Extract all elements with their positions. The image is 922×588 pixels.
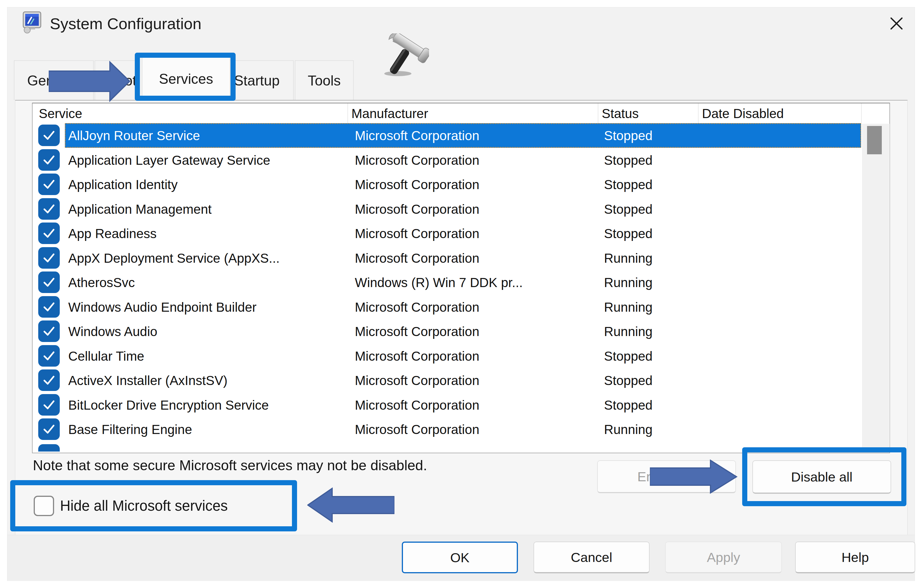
service-manufacturer: Microsoft Corporation	[355, 393, 479, 417]
service-name: ActiveX Installer (AxInstSV)	[68, 368, 227, 393]
service-name: BitLocker Drive Encryption Service	[68, 393, 269, 417]
service-manufacturer: Windows (R) Win 7 DDK pr...	[355, 270, 523, 295]
service-enabled-checkbox[interactable]	[38, 149, 60, 171]
service-status: Stopped	[604, 344, 652, 368]
service-enabled-checkbox[interactable]	[38, 394, 60, 416]
service-manufacturer: Microsoft Corporation	[355, 123, 479, 148]
enable-all-button[interactable]: Enable all	[597, 460, 736, 493]
service-enabled-checkbox[interactable]	[38, 247, 60, 269]
services-table: Service Manufacturer Status Date Disable…	[32, 103, 890, 453]
service-status: Stopped	[604, 148, 652, 172]
service-name: Windows Audio	[68, 319, 157, 344]
table-row[interactable]: Application IdentityMicrosoft Corporatio…	[33, 172, 889, 197]
disable-all-button[interactable]: Disable all	[752, 460, 891, 494]
table-row[interactable]: Base Filtering EngineMicrosoft Corporati…	[33, 417, 889, 442]
service-manufacturer: Microsoft Corporation	[355, 417, 479, 442]
service-status: Running	[604, 319, 652, 344]
apply-button[interactable]: Apply	[665, 542, 782, 573]
checkmark-icon	[41, 397, 57, 413]
tab-general[interactable]: General	[14, 60, 94, 100]
tab-startup[interactable]: Startup	[229, 60, 294, 100]
service-enabled-checkbox[interactable]	[38, 198, 60, 220]
service-status: Stopped	[604, 123, 652, 148]
checkmark-icon	[41, 274, 57, 290]
checkmark-icon	[41, 421, 57, 437]
service-manufacturer: Microsoft Corporation	[355, 172, 479, 197]
column-header-manufacturer[interactable]: Manufacturer	[351, 103, 428, 123]
service-manufacturer: Microsoft Corporation	[355, 295, 479, 319]
service-enabled-checkbox[interactable]	[38, 222, 60, 244]
service-manufacturer: Microsoft Corporation	[355, 221, 479, 246]
service-manufacturer: Microsoft Corporation	[355, 319, 479, 344]
table-header: Service Manufacturer Status Date Disable…	[33, 103, 889, 123]
service-enabled-checkbox[interactable]	[38, 296, 60, 318]
column-divider	[698, 103, 698, 123]
tab-tools[interactable]: Tools	[295, 60, 354, 100]
service-name: Base Filtering Engine	[68, 417, 192, 442]
table-row[interactable]: Application Layer Gateway ServiceMicroso…	[33, 148, 889, 172]
scrollbar-thumb[interactable]	[867, 126, 882, 154]
screenshot-background: System Configuration General Boot Servic…	[0, 0, 922, 588]
service-status: Running	[604, 417, 652, 442]
column-divider	[347, 103, 348, 123]
cancel-button[interactable]: Cancel	[533, 542, 650, 573]
table-row[interactable]: Cellular TimeMicrosoft CorporationStoppe…	[33, 344, 889, 368]
service-rows: AllJoyn Router ServiceMicrosoft Corporat…	[33, 123, 889, 442]
table-row[interactable]: App ReadinessMicrosoft CorporationStoppe…	[33, 221, 889, 246]
service-enabled-checkbox[interactable]	[38, 271, 60, 293]
help-button[interactable]: Help	[795, 542, 915, 573]
hide-all-microsoft-services-label: Hide all Microsoft services	[60, 496, 228, 516]
hide-all-microsoft-services-checkbox[interactable]	[34, 496, 54, 516]
service-manufacturer: Microsoft Corporation	[355, 368, 479, 393]
table-row[interactable]: BitLocker Drive Encryption ServiceMicros…	[33, 393, 889, 417]
service-name: AllJoyn Router Service	[68, 123, 200, 148]
column-header-service[interactable]: Service	[39, 103, 82, 123]
tab-services[interactable]: Services	[142, 57, 230, 101]
checkmark-icon	[41, 225, 57, 241]
column-header-date-disabled[interactable]: Date Disabled	[702, 103, 784, 123]
column-header-status[interactable]: Status	[602, 103, 639, 123]
service-status: Stopped	[604, 197, 652, 221]
service-manufacturer: Microsoft Corporation	[355, 148, 479, 172]
service-status: Running	[604, 295, 652, 319]
ok-button[interactable]: OK	[402, 542, 518, 573]
table-row[interactable]: Windows Audio Endpoint BuilderMicrosoft …	[33, 295, 889, 319]
service-manufacturer: Microsoft Corporation	[355, 246, 479, 270]
table-row[interactable]: Application ManagementMicrosoft Corporat…	[33, 197, 889, 221]
checkmark-icon	[41, 201, 57, 217]
service-name: AtherosSvc	[68, 270, 135, 295]
column-divider	[598, 103, 598, 123]
table-row[interactable]: AllJoyn Router ServiceMicrosoft Corporat…	[33, 123, 889, 148]
dialog-footer: OK Cancel Apply Help	[7, 535, 915, 581]
checkmark-icon	[41, 299, 57, 315]
table-row[interactable]: AppX Deployment Service (AppXS...Microso…	[33, 246, 889, 270]
service-name: Application Management	[68, 197, 211, 221]
checkmark-icon	[41, 323, 57, 339]
service-name: Cellular Time	[68, 344, 144, 368]
service-name: Windows Audio Endpoint Builder	[68, 295, 257, 319]
checkmark-icon	[41, 372, 57, 388]
vertical-scrollbar[interactable]	[862, 124, 890, 452]
service-enabled-checkbox[interactable]	[38, 173, 60, 195]
service-name: Application Identity	[68, 172, 178, 197]
service-status: Stopped	[604, 393, 652, 417]
services-note-text: Note that some secure Microsoft services…	[33, 457, 427, 474]
service-enabled-checkbox[interactable]	[38, 369, 60, 391]
close-button[interactable]	[885, 13, 908, 34]
checkmark-icon	[41, 127, 57, 143]
partial-next-row-checkbox	[38, 444, 60, 452]
table-row[interactable]: ActiveX Installer (AxInstSV)Microsoft Co…	[33, 368, 889, 393]
service-enabled-checkbox[interactable]	[38, 320, 60, 342]
table-row[interactable]: AtherosSvcWindows (R) Win 7 DDK pr...Run…	[33, 270, 889, 295]
service-status: Stopped	[604, 172, 652, 197]
service-name: AppX Deployment Service (AppXS...	[68, 246, 280, 270]
service-name: App Readiness	[68, 221, 157, 246]
table-row[interactable]: Windows AudioMicrosoft CorporationRunnin…	[33, 319, 889, 344]
checkmark-icon	[41, 250, 57, 266]
tab-boot[interactable]: Boot	[95, 60, 140, 100]
service-enabled-checkbox[interactable]	[38, 345, 60, 367]
service-status: Stopped	[604, 221, 652, 246]
service-enabled-checkbox[interactable]	[38, 418, 60, 440]
service-enabled-checkbox[interactable]	[38, 124, 60, 146]
service-name: Application Layer Gateway Service	[68, 148, 270, 172]
